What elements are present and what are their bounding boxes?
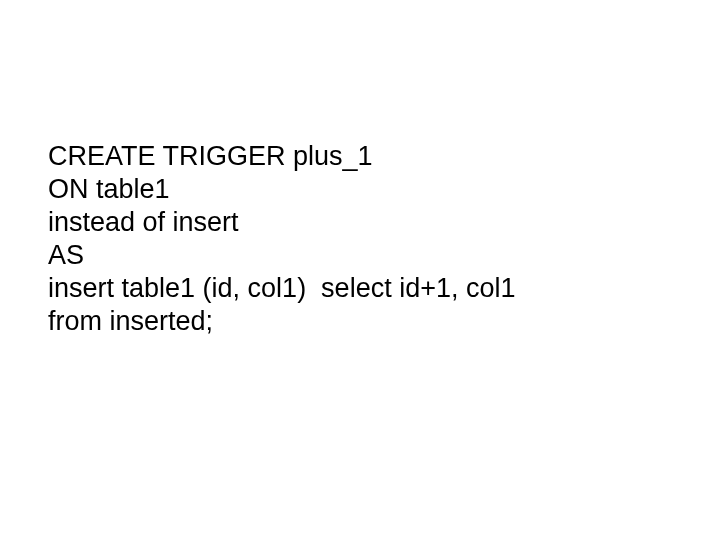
code-line: insert table1 (id, col1) select id+1, co… [48,272,672,305]
code-line: ON table1 [48,173,672,206]
code-line: CREATE TRIGGER plus_1 [48,140,672,173]
code-block: CREATE TRIGGER plus_1 ON table1 instead … [48,140,672,338]
slide-container: CREATE TRIGGER plus_1 ON table1 instead … [0,0,720,540]
code-line: from inserted; [48,305,672,338]
code-line: AS [48,239,672,272]
code-line: instead of insert [48,206,672,239]
